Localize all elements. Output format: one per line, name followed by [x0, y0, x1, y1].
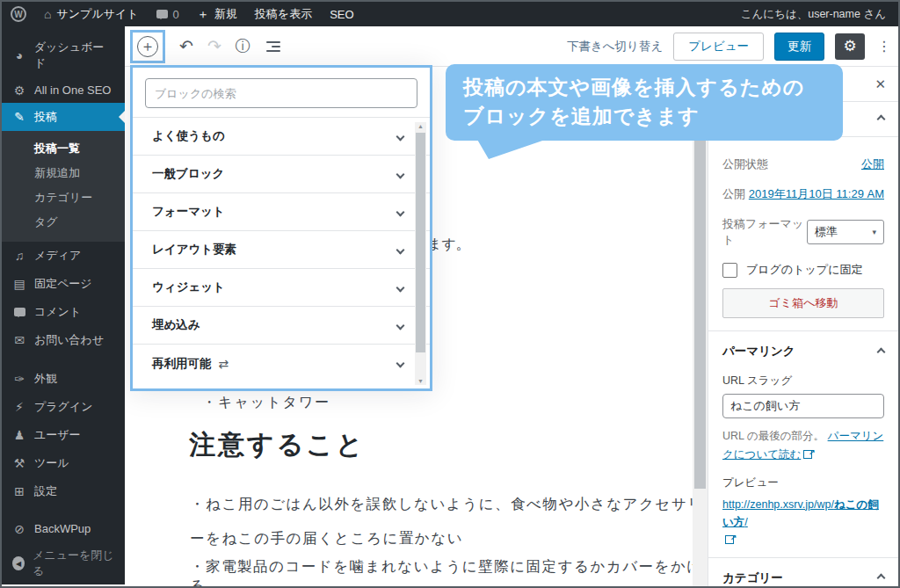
- accordion-reusable[interactable]: 再利用可能⇄: [133, 345, 430, 382]
- chevron-down-icon: [396, 207, 405, 216]
- site-name: サンプルサイト: [56, 6, 138, 22]
- chevron-down-icon: [396, 359, 405, 368]
- post-format-select[interactable]: 標準 ▾: [807, 220, 884, 244]
- accordion-embeds[interactable]: 埋め込み: [133, 307, 430, 345]
- sidebar-item-settings[interactable]: ⊞ 設定: [2, 477, 125, 505]
- content-paragraph[interactable]: ・ねこ用のごはん以外を誤飲しないように、食べ物や小さなアクセサリーをねこの手の届…: [190, 487, 717, 555]
- sidebar-item-label: メディア: [34, 248, 81, 264]
- more-options-icon[interactable]: ⋮: [875, 38, 893, 54]
- sidebar-item-media[interactable]: ♫ メディア: [2, 242, 125, 270]
- content-scrollbar[interactable]: [693, 67, 708, 586]
- sidebar-item-plugins[interactable]: ⚡ プラグイン: [2, 393, 125, 421]
- accordion-widgets[interactable]: ウィジェット: [133, 269, 430, 307]
- pages-icon: ▤: [12, 278, 26, 290]
- collapse-icon: ◀: [12, 556, 25, 570]
- sidebar-item-pages[interactable]: ▤ 固定ページ: [2, 270, 125, 298]
- status-value-link[interactable]: 公開: [861, 156, 884, 172]
- media-icon: ♫: [12, 250, 26, 262]
- chevron-down-icon: [396, 132, 405, 141]
- add-block-button[interactable]: ＋: [137, 36, 158, 57]
- update-button[interactable]: 更新: [774, 33, 824, 61]
- sidebar-item-label: 外観: [34, 371, 57, 387]
- new-content-menu[interactable]: ＋ 新規: [188, 2, 246, 26]
- external-link-icon: [803, 449, 814, 459]
- sidebar-item-label: コメント: [34, 304, 81, 320]
- block-navigation-icon[interactable]: [266, 41, 280, 52]
- brush-icon: ✑: [12, 373, 26, 385]
- accordion-most-used[interactable]: よく使うもの: [133, 118, 430, 156]
- gear-icon: ⚙: [12, 84, 26, 97]
- sticky-checkbox-row[interactable]: ブログのトップに固定: [722, 262, 884, 278]
- chevron-up-icon: [877, 115, 886, 124]
- categories-panel-header[interactable]: カテゴリー: [722, 570, 884, 586]
- comments-count: 0: [173, 8, 179, 21]
- post-preview-link[interactable]: http://zenhp.xsrv.jp/wp/ねこの飼い方/: [722, 498, 879, 528]
- dashboard-icon: ◕: [12, 49, 26, 62]
- list-item[interactable]: ・キャットタワー: [202, 394, 330, 412]
- sidebar-item-label: 投稿: [34, 109, 57, 125]
- url-slug-label: URL スラッグ: [722, 374, 884, 388]
- sidebar-item-posts[interactable]: ✎ 投稿: [2, 103, 125, 131]
- scrollbar-thumb[interactable]: [416, 133, 425, 352]
- categories-title: カテゴリー: [722, 570, 783, 586]
- reusable-loop-icon: ⇄: [219, 357, 229, 371]
- content-structure-button[interactable]: ⓘ: [236, 39, 250, 54]
- wordpress-logo-icon: W: [11, 6, 26, 22]
- tools-icon: ⚒: [12, 457, 26, 469]
- block-inserter-panel: よく使うもの 一般ブロック フォーマット レイアウト要素 ウィジェット 埋め込み: [130, 65, 432, 391]
- plus-icon: ＋: [197, 8, 209, 20]
- accordion-layout-elements[interactable]: レイアウト要素: [133, 231, 430, 269]
- sidebar-item-tools[interactable]: ⚒ ツール: [2, 449, 125, 477]
- callout-bubble: 投稿の本文や画像を挿入するための ブロックを追加できます: [446, 64, 843, 141]
- chevron-down-icon: [396, 245, 405, 254]
- submenu-item-all-posts[interactable]: 投稿一覧: [2, 136, 125, 161]
- envelope-icon: ✉: [12, 334, 26, 346]
- sidebar-item-appearance[interactable]: ✑ 外観: [2, 365, 125, 393]
- content-heading[interactable]: 注意すること: [189, 427, 366, 463]
- backwpup-icon: ⊘: [12, 523, 26, 535]
- sidebar-item-comments[interactable]: コメント: [2, 298, 125, 326]
- sidebar-item-collapse-menu[interactable]: ◀ メニューを閉じる: [2, 541, 125, 585]
- wordpress-editor-window: W ⌂ サンプルサイト 0 ＋ 新規 投稿を表示 SEO こんにちは、user-…: [0, 0, 900, 588]
- preview-button[interactable]: プレビュー: [673, 33, 764, 61]
- view-post-link[interactable]: 投稿を表示: [246, 2, 321, 26]
- sidebar-item-label: お問い合わせ: [34, 332, 104, 348]
- content-paragraph[interactable]: ・家電製品のコードを噛まれないように壁際に固定するかカバーをかける: [190, 557, 717, 588]
- comments-link[interactable]: 0: [148, 2, 188, 26]
- settings-gear-button[interactable]: ⚙: [835, 33, 865, 60]
- seo-menu[interactable]: SEO: [321, 2, 362, 26]
- hidden-paragraph-fragment: ます。: [427, 236, 470, 254]
- submenu-item-add-new[interactable]: 新規追加: [2, 161, 125, 185]
- sidebar-item-dashboard[interactable]: ◕ ダッシュボード: [2, 33, 125, 77]
- move-to-trash-button[interactable]: ゴミ箱へ移動: [722, 288, 884, 318]
- submenu-item-tags[interactable]: タグ: [2, 210, 125, 235]
- status-panel: 公開状態 公開 公開 2019年11月10日 11:29 AM 投稿フォーマット…: [708, 137, 898, 586]
- sidebar-item-users[interactable]: ♟ ユーザー: [2, 421, 125, 449]
- sidebar-item-contact[interactable]: ✉ お問い合わせ: [2, 326, 125, 354]
- site-name-link[interactable]: ⌂ サンプルサイト: [35, 2, 148, 26]
- panel-scrollbar[interactable]: ▲ ▼: [415, 122, 426, 385]
- permalink-title: パーマリンク: [722, 344, 795, 359]
- permalink-panel-header[interactable]: パーマリンク: [722, 344, 884, 359]
- posts-submenu: 投稿一覧 新規追加 カテゴリー タグ: [2, 131, 125, 242]
- undo-button[interactable]: ↶: [179, 38, 193, 54]
- url-slug-input[interactable]: [722, 394, 884, 418]
- scroll-up-icon[interactable]: ▲: [415, 123, 426, 129]
- close-icon[interactable]: ✕: [875, 76, 886, 92]
- submenu-item-categories[interactable]: カテゴリー: [2, 185, 125, 210]
- block-search-input[interactable]: [145, 78, 417, 108]
- wordpress-menu[interactable]: W: [2, 2, 35, 26]
- accordion-common-blocks[interactable]: 一般ブロック: [133, 156, 430, 193]
- accordion-formatting[interactable]: フォーマット: [133, 193, 430, 231]
- chevron-down-icon: [396, 170, 405, 178]
- checkbox-unchecked[interactable]: [722, 263, 737, 278]
- redo-button[interactable]: ↷: [207, 38, 221, 54]
- scroll-down-icon[interactable]: ▼: [415, 378, 426, 384]
- callout-bubble-tail: [476, 138, 550, 159]
- user-greeting[interactable]: こんにちは、user-name さん: [741, 7, 898, 22]
- publish-date-link[interactable]: 2019年11月10日 11:29 AM: [749, 186, 884, 202]
- switch-to-draft-button[interactable]: 下書きへ切り替え: [567, 39, 663, 54]
- sidebar-item-backwpup[interactable]: ⊘ BackWPup: [2, 516, 125, 541]
- sidebar-item-all-in-one-seo[interactable]: ⚙ All in One SEO: [2, 77, 125, 103]
- callout-text-line1: 投稿の本文や画像を挿入するための: [463, 73, 825, 102]
